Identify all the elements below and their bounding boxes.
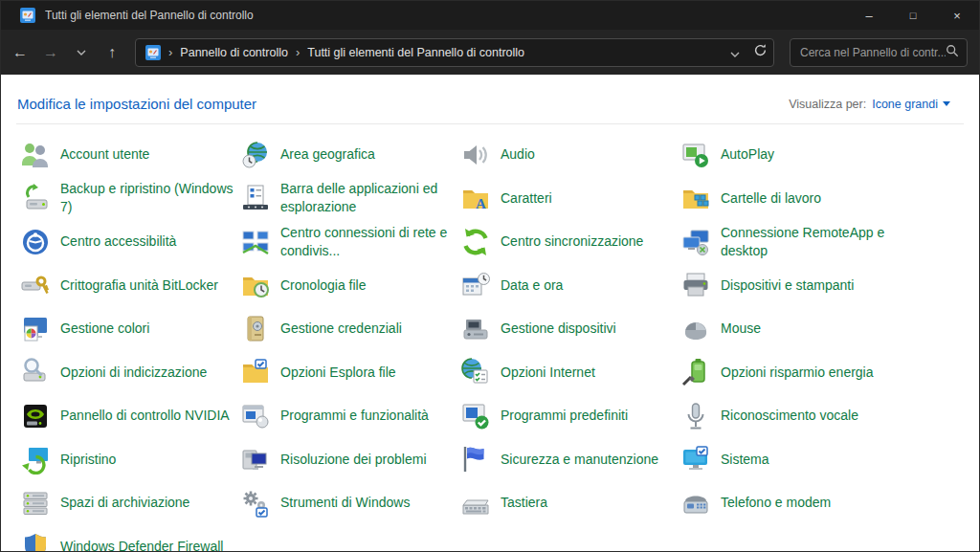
control-panel-item-label: Caratteri bbox=[501, 189, 552, 208]
system-monitor-icon bbox=[680, 444, 711, 475]
control-panel-item-label: Tastiera bbox=[501, 494, 547, 512]
control-panel-item[interactable]: Account utente bbox=[20, 140, 240, 170]
control-panel-item-label: Centro connessioni di rete e condivis... bbox=[280, 224, 457, 260]
control-panel-item[interactable]: Area geografica bbox=[240, 140, 460, 170]
control-panel-item[interactable]: Telefono e modem bbox=[680, 488, 901, 519]
control-panel-item[interactable]: Cartelle di lavoro bbox=[680, 183, 901, 213]
control-panel-item[interactable]: Sistema bbox=[680, 444, 901, 475]
storage-spaces-icon bbox=[20, 488, 51, 519]
control-panel-item[interactable]: Connessione RemoteApp e desktop bbox=[680, 224, 901, 260]
recent-pages-chevron-icon[interactable] bbox=[68, 39, 95, 66]
control-panel-item-label: Barra delle applicazioni ed esplorazione bbox=[280, 180, 457, 216]
nvidia-icon bbox=[20, 401, 51, 431]
default-programs-icon bbox=[460, 401, 491, 431]
control-panel-item[interactable]: Opzioni risparmio energia bbox=[680, 357, 901, 387]
address-dropdown-chevron-icon[interactable] bbox=[730, 44, 740, 61]
control-panel-item[interactable]: Data e ora bbox=[460, 270, 680, 300]
recovery-icon bbox=[20, 444, 51, 475]
window-title: Tutti gli elementi del Pannello di contr… bbox=[45, 9, 847, 22]
minimize-button[interactable]: – bbox=[847, 1, 891, 30]
control-panel-item[interactable]: Gestione credenziali bbox=[240, 314, 460, 344]
close-button[interactable]: × bbox=[935, 1, 979, 30]
control-panel-item[interactable]: Mouse bbox=[680, 314, 901, 344]
control-panel-item-label: Strumenti di Windows bbox=[280, 494, 410, 512]
control-panel-item[interactable]: Gestione colori bbox=[20, 314, 240, 344]
control-panel-window: Tutti gli elementi del Pannello di contr… bbox=[0, 0, 980, 552]
user-accounts-icon bbox=[20, 140, 51, 170]
control-panel-item[interactable]: Centro sincronizzazione bbox=[460, 227, 680, 257]
control-panel-item-label: Opzioni risparmio energia bbox=[721, 364, 874, 382]
search-input[interactable] bbox=[800, 46, 946, 59]
color-management-icon bbox=[20, 314, 51, 344]
control-panel-item[interactable]: Centro connessioni di rete e condivis... bbox=[240, 224, 460, 260]
search-box[interactable] bbox=[790, 38, 968, 67]
defender-shield-icon bbox=[20, 531, 51, 551]
control-panel-item[interactable]: Opzioni di indicizzazione bbox=[20, 357, 240, 387]
control-panel-item[interactable]: ACaratteri bbox=[460, 183, 680, 213]
control-panel-item[interactable]: Windows Defender Firewall bbox=[20, 531, 240, 551]
control-panel-item[interactable]: Riconoscimento vocale bbox=[680, 401, 901, 431]
control-panel-item[interactable]: Dispositivi e stampanti bbox=[680, 270, 901, 300]
credential-safe-icon bbox=[240, 314, 271, 344]
control-panel-item-label: Risoluzione dei problemi bbox=[280, 451, 427, 469]
breadcrumb-item[interactable]: Pannello di controllo bbox=[180, 46, 288, 59]
sync-center-icon bbox=[460, 227, 491, 257]
keyboard-icon bbox=[460, 488, 491, 519]
bitlocker-key-icon bbox=[20, 270, 51, 300]
remoteapp-icon bbox=[680, 227, 711, 257]
control-panel-item-label: Account utente bbox=[60, 145, 149, 164]
control-panel-item[interactable]: Barra delle applicazioni ed esplorazione bbox=[240, 180, 460, 216]
control-panel-item[interactable]: Backup e ripristino (Windows 7) bbox=[20, 180, 240, 216]
control-panel-item-label: Dispositivi e stampanti bbox=[721, 276, 854, 295]
up-button[interactable]: ↑ bbox=[99, 39, 125, 66]
chevron-down-icon bbox=[943, 101, 950, 106]
search-icon[interactable] bbox=[946, 44, 959, 61]
view-by-control: Visualizza per: Icone grandi bbox=[789, 98, 950, 111]
folder-options-icon bbox=[240, 357, 271, 387]
control-panel-item[interactable]: Opzioni Esplora file bbox=[240, 357, 460, 387]
control-panel-item-label: Telefono e modem bbox=[721, 494, 831, 512]
breadcrumb-separator-icon: › bbox=[296, 45, 300, 59]
control-panel-item-label: Gestione credenziali bbox=[280, 320, 402, 338]
control-panel-item-label: Gestione dispositivi bbox=[501, 320, 616, 338]
control-panel-item[interactable]: Audio bbox=[460, 140, 680, 170]
control-panel-item[interactable]: Risoluzione dei problemi bbox=[240, 444, 460, 475]
control-panel-item-label: Pannello di controllo NVIDIA bbox=[60, 407, 230, 425]
change-computer-settings-link[interactable]: Modifica le impostazioni del computer bbox=[17, 96, 256, 112]
control-panel-item[interactable]: AutoPlay bbox=[680, 140, 901, 170]
network-center-icon bbox=[240, 227, 271, 257]
control-panel-item[interactable]: Pannello di controllo NVIDIA bbox=[20, 401, 240, 431]
control-panel-item[interactable]: Cronologia file bbox=[240, 270, 460, 300]
control-panel-item-label: AutoPlay bbox=[721, 145, 774, 164]
control-panel-item-label: Riconoscimento vocale bbox=[721, 407, 858, 425]
fonts-folder-icon: A bbox=[460, 183, 491, 213]
control-panel-item[interactable]: Sicurezza e manutenzione bbox=[460, 444, 680, 475]
forward-button[interactable]: → bbox=[37, 39, 64, 66]
control-panel-item-label: Ripristino bbox=[60, 451, 116, 469]
maximize-button[interactable]: □ bbox=[891, 1, 935, 30]
control-panel-item-label: Data e ora bbox=[501, 276, 563, 295]
control-panel-item[interactable]: Crittografia unità BitLocker bbox=[20, 270, 240, 300]
control-panel-item-label: Crittografia unità BitLocker bbox=[60, 276, 218, 295]
control-panel-item-label: Programmi e funzionalità bbox=[280, 407, 429, 425]
address-bar[interactable]: ›Pannello di controllo›Tutti gli element… bbox=[135, 38, 774, 67]
back-button[interactable]: ← bbox=[7, 39, 33, 66]
control-panel-item[interactable]: Programmi predefiniti bbox=[460, 401, 680, 431]
control-panel-item[interactable]: Spazi di archiviazione bbox=[20, 488, 240, 519]
control-panel-item[interactable]: Gestione dispositivi bbox=[460, 314, 680, 344]
control-panel-item-label: Opzioni di indicizzazione bbox=[60, 364, 207, 382]
breadcrumb-item[interactable]: Tutti gli elementi del Pannello di contr… bbox=[307, 46, 524, 59]
control-panel-item[interactable]: Tastiera bbox=[460, 488, 680, 519]
titlebar: Tutti gli elementi del Pannello di contr… bbox=[1, 1, 979, 30]
control-panel-item-label: Centro accessibilità bbox=[60, 232, 176, 251]
control-panel-item[interactable]: Strumenti di Windows bbox=[240, 488, 460, 519]
control-panel-item[interactable]: Ripristino bbox=[20, 444, 240, 475]
phone-modem-icon bbox=[680, 488, 711, 519]
view-by-dropdown[interactable]: Icone grandi bbox=[872, 98, 950, 111]
control-panel-item[interactable]: Centro accessibilità bbox=[20, 227, 240, 257]
control-panel-item[interactable]: Opzioni Internet bbox=[460, 357, 680, 387]
window-controls: – □ × bbox=[847, 1, 979, 30]
refresh-icon[interactable] bbox=[753, 43, 768, 61]
control-panel-item-label: Opzioni Internet bbox=[501, 364, 595, 382]
control-panel-item[interactable]: Programmi e funzionalità bbox=[240, 401, 460, 431]
